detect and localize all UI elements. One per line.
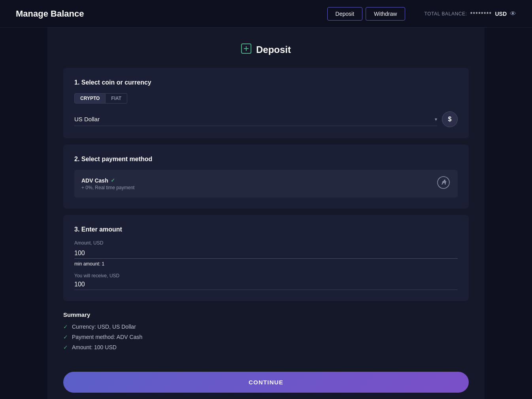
summary-text-amount: Amount: 100 USD bbox=[72, 344, 117, 350]
deposit-icon bbox=[241, 43, 251, 56]
payment-method-name: ADV Cash ✓ bbox=[81, 177, 134, 184]
tab-fiat[interactable]: FIAT bbox=[106, 93, 127, 104]
payment-method-desc: + 0%, Real time payment bbox=[81, 185, 134, 190]
adv-cash-label: ADV Cash bbox=[81, 177, 108, 184]
deposit-button[interactable]: Deposit bbox=[327, 7, 362, 21]
summary-check-3: ✓ bbox=[63, 344, 68, 350]
amount-input[interactable] bbox=[74, 248, 458, 258]
chevron-down-icon: ▾ bbox=[435, 117, 437, 122]
main-content: Deposit 1. Select coin or currency CRYPT… bbox=[47, 28, 485, 399]
summary-title: Summary bbox=[63, 311, 469, 318]
step1-title: 1. Select coin or currency bbox=[74, 79, 458, 86]
tab-crypto[interactable]: CRYPTO bbox=[74, 93, 106, 104]
currency-dropdown[interactable]: US Dollar ▾ bbox=[74, 113, 437, 126]
deposit-title: Deposit bbox=[256, 44, 291, 55]
summary-section: Summary ✓ Currency: USD, US Dollar ✓ Pay… bbox=[63, 307, 469, 362]
currency-dropdown-text: US Dollar bbox=[74, 116, 100, 122]
balance-display: TOTAL BALANCE: ******** USD 👁 bbox=[424, 10, 516, 17]
deposit-header: Deposit bbox=[63, 43, 469, 56]
step1-card: 1. Select coin or currency CRYPTO FIAT U… bbox=[63, 68, 469, 138]
min-amount-text: min amount: 1 bbox=[74, 261, 458, 267]
receive-value: 100 bbox=[74, 281, 85, 288]
step2-title: 2. Select payment method bbox=[74, 156, 458, 163]
topbar: Manage Balance Deposit Withdraw TOTAL BA… bbox=[0, 0, 532, 28]
min-amount-label: min amount: bbox=[74, 261, 100, 267]
amount-label: Amount, USD bbox=[74, 240, 458, 246]
summary-check-1: ✓ bbox=[63, 324, 68, 330]
summary-item-payment: ✓ Payment method: ADV Cash bbox=[63, 334, 469, 340]
topbar-actions: Deposit Withdraw TOTAL BALANCE: ********… bbox=[327, 7, 516, 21]
amount-input-wrapper bbox=[74, 248, 458, 259]
toggle-balance-icon[interactable]: 👁 bbox=[510, 10, 516, 17]
svg-text:₳: ₳ bbox=[441, 179, 447, 186]
summary-item-amount: ✓ Amount: 100 USD bbox=[63, 344, 469, 350]
min-amount-value: 1 bbox=[102, 261, 104, 267]
adv-logo-icon: ₳ bbox=[436, 175, 451, 192]
payment-method-card[interactable]: ADV Cash ✓ + 0%, Real time payment ₳ bbox=[74, 170, 458, 198]
balance-currency: USD bbox=[495, 11, 507, 17]
continue-button[interactable]: CONTINUE bbox=[63, 372, 469, 393]
payment-method-info: ADV Cash ✓ + 0%, Real time payment bbox=[81, 177, 134, 190]
withdraw-button[interactable]: Withdraw bbox=[366, 7, 405, 21]
summary-item-currency: ✓ Currency: USD, US Dollar bbox=[63, 324, 469, 330]
receive-value-wrapper: 100 bbox=[74, 281, 458, 290]
selected-checkmark: ✓ bbox=[111, 177, 115, 183]
balance-value: ******** bbox=[470, 11, 492, 17]
step3-card: 3. Enter amount Amount, USD min amount: … bbox=[63, 215, 469, 301]
currency-tabs: CRYPTO FIAT bbox=[74, 93, 458, 104]
receive-label: You will receive, USD bbox=[74, 273, 458, 279]
currency-selector: US Dollar ▾ $ bbox=[74, 111, 458, 127]
balance-label: TOTAL BALANCE: bbox=[424, 11, 467, 17]
summary-text-currency: Currency: USD, US Dollar bbox=[72, 324, 136, 330]
step3-title: 3. Enter amount bbox=[74, 226, 458, 233]
page-title: Manage Balance bbox=[16, 9, 84, 19]
currency-icon-badge: $ bbox=[442, 111, 458, 127]
step2-card: 2. Select payment method ADV Cash ✓ + 0%… bbox=[63, 145, 469, 209]
summary-text-payment: Payment method: ADV Cash bbox=[72, 334, 142, 340]
summary-check-2: ✓ bbox=[63, 334, 68, 340]
